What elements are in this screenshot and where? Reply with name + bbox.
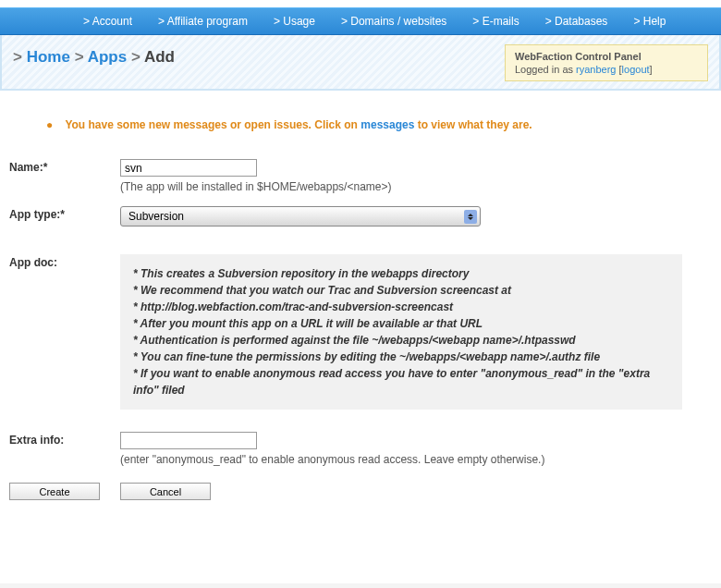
doc-line: * If you want to enable anonymous read a… (133, 365, 669, 398)
doc-line: * We recommend that you watch our Trac a… (133, 282, 669, 299)
breadcrumb-apps[interactable]: Apps (88, 48, 128, 66)
nav-account[interactable]: > Account (83, 15, 132, 28)
doc-line: * This creates a Subversion repository i… (133, 265, 669, 282)
nav-affiliate[interactable]: > Affiliate program (158, 15, 248, 28)
notice-text-2: to view what they are. (414, 118, 532, 131)
nav-databases[interactable]: > Databases (545, 15, 608, 28)
footer-strip (0, 583, 721, 588)
create-button[interactable]: Create (9, 483, 100, 500)
cancel-button[interactable]: Cancel (120, 483, 211, 500)
breadcrumb-home[interactable]: Home (27, 48, 70, 66)
logout-link[interactable]: logout (622, 64, 650, 75)
notice-text-1: You have some new messages or open issue… (65, 118, 360, 131)
user-box: WebFaction Control Panel Logged in as ry… (505, 44, 708, 81)
userbox-username[interactable]: ryanberg (576, 64, 616, 75)
nav-emails[interactable]: > E-mails (472, 15, 519, 28)
content-area: ● You have some new messages or open iss… (0, 91, 721, 537)
name-label: Name:* (9, 159, 120, 174)
userbox-logged-text: Logged in as (515, 64, 576, 75)
doc-line: * You can fine-tune the permissions by e… (133, 349, 669, 365)
header-strip: > Home > Apps > Add WebFaction Control P… (0, 35, 721, 91)
nav-domains[interactable]: > Domains / websites (341, 15, 446, 28)
top-nav: > Account > Affiliate program > Usage > … (0, 7, 721, 35)
userbox-title: WebFaction Control Panel (515, 51, 698, 62)
messages-link[interactable]: messages (360, 118, 414, 131)
doc-line: * http://blog.webfaction.com/trac-and-su… (133, 299, 669, 315)
notice-bar: ● You have some new messages or open iss… (46, 118, 712, 131)
doc-line: * Authentication is performed against th… (133, 332, 669, 349)
app-type-label: App type:* (9, 206, 120, 221)
breadcrumb-current: Add (144, 48, 175, 66)
chevron-updown-icon (464, 210, 477, 224)
name-hint: (The app will be installed in $HOME/weba… (120, 180, 712, 193)
extra-info-hint: (enter "anonymous_read" to enable anonym… (120, 453, 712, 466)
app-type-value: Subversion (128, 210, 184, 223)
app-doc-label: App doc: (9, 254, 120, 269)
app-doc-box: * This creates a Subversion repository i… (120, 254, 682, 410)
name-input[interactable] (120, 159, 257, 177)
app-type-select[interactable]: Subversion (120, 206, 481, 227)
nav-usage[interactable]: > Usage (274, 15, 315, 28)
bullet-icon: ● (46, 118, 53, 131)
extra-info-label: Extra info: (9, 432, 120, 447)
nav-help[interactable]: > Help (633, 15, 666, 28)
extra-info-input[interactable] (120, 432, 257, 449)
doc-line: * After you mount this app on a URL it w… (133, 315, 669, 332)
